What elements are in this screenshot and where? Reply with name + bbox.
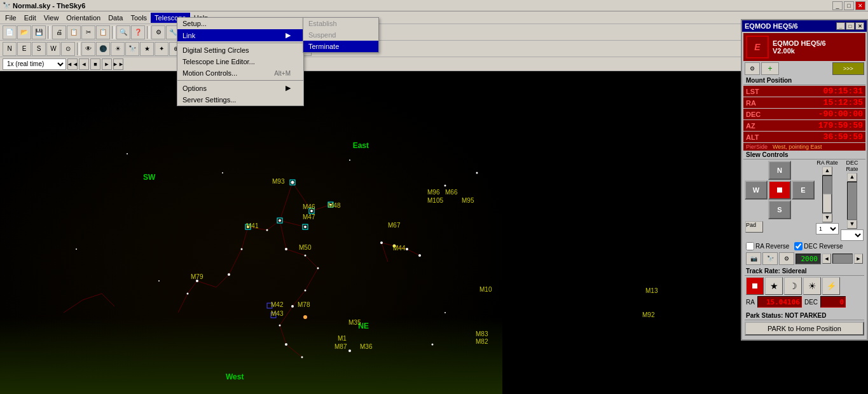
tb2-btn10[interactable]: ★ bbox=[140, 42, 154, 56]
eqmod-num-row: 📷 🔭 ⚙ 2000 ◄ ► bbox=[743, 252, 865, 266]
dec-rate-up[interactable]: ▲ bbox=[847, 173, 857, 182]
menu-line-editor[interactable]: Telescope Line Editor... bbox=[177, 56, 303, 67]
dec-reverse-label: DEC Reverse bbox=[804, 243, 843, 250]
track-stop-btn[interactable] bbox=[746, 277, 764, 295]
tb2-btn8[interactable]: ☀ bbox=[111, 42, 125, 56]
menu-server-settings[interactable]: Server Settings... bbox=[177, 94, 303, 105]
slew-west[interactable]: W bbox=[745, 180, 768, 200]
slew-east[interactable]: E bbox=[792, 180, 815, 200]
label-m66: M66 bbox=[445, 189, 457, 196]
slew-north[interactable]: N bbox=[768, 161, 791, 180]
eqmod-minimize[interactable]: _ bbox=[836, 22, 845, 30]
link-establish[interactable]: Establish bbox=[303, 18, 378, 29]
nav-fastforward[interactable]: ►► bbox=[113, 58, 123, 70]
tb2-btn6[interactable]: 👁 bbox=[81, 42, 95, 56]
ra-rate-slider[interactable] bbox=[822, 175, 832, 214]
tb2-btn4[interactable]: W bbox=[46, 42, 60, 56]
tb2-btn5[interactable]: ⊙ bbox=[61, 42, 75, 56]
num-left[interactable]: ◄ bbox=[822, 254, 831, 264]
new-btn[interactable]: 📄 bbox=[3, 25, 17, 39]
num-slider[interactable] bbox=[832, 254, 853, 264]
ra-rate-up[interactable]: ▲ bbox=[822, 166, 832, 175]
sky-area[interactable]: East NE SW West M93 M46 M47 M48 M50 M67 … bbox=[0, 58, 502, 394]
track-btn-row: ★ ☽ ☀ ⚡ bbox=[745, 276, 864, 296]
ra-rate-select[interactable]: 1 bbox=[816, 223, 839, 234]
menu-motion-controls[interactable]: Motion Controls... Alt+M bbox=[177, 67, 303, 79]
menu-setup[interactable]: Setup... bbox=[177, 18, 303, 29]
park-status-label: Park Status: NOT PARKED bbox=[745, 311, 864, 320]
tb2-btn7[interactable]: 🌑 bbox=[96, 42, 110, 56]
eqmod-add-btn[interactable]: + bbox=[761, 62, 779, 75]
minimize-button[interactable]: _ bbox=[832, 1, 843, 10]
label-m83: M83 bbox=[476, 330, 488, 337]
scope-btn[interactable]: 🔭 bbox=[762, 252, 778, 265]
label-m35: M35 bbox=[348, 319, 361, 326]
menu-file[interactable]: File bbox=[1, 13, 20, 23]
gear-btn[interactable]: ⚙ bbox=[779, 252, 794, 265]
save-btn[interactable]: 💾 bbox=[32, 25, 46, 39]
link-suspend[interactable]: Suspend bbox=[303, 29, 378, 41]
track-moon-btn[interactable]: ☽ bbox=[784, 277, 802, 295]
track-dec-input[interactable] bbox=[820, 296, 846, 308]
tb2-btn9[interactable]: 🔭 bbox=[125, 42, 139, 56]
menu-orientation[interactable]: Orientation bbox=[62, 13, 104, 23]
motion-controls-shortcut: Alt+M bbox=[274, 70, 291, 77]
tb2-btn3[interactable]: S bbox=[32, 42, 46, 56]
num-right[interactable]: ► bbox=[854, 254, 863, 264]
eqmod-win-controls: _ □ ✕ bbox=[836, 22, 864, 30]
menu-edit[interactable]: Edit bbox=[20, 13, 40, 23]
dec-reverse-checkbox[interactable] bbox=[794, 242, 803, 250]
nav-rewind[interactable]: ◄◄ bbox=[67, 58, 78, 70]
park-home-button[interactable]: PARK to Home Position bbox=[745, 322, 864, 336]
dec-label: DEC bbox=[743, 110, 769, 119]
az-value: 179:59:59 bbox=[769, 120, 865, 131]
eqmod-settings-btn[interactable]: ⚙ bbox=[745, 62, 760, 75]
link-terminate[interactable]: Terminate bbox=[303, 41, 378, 52]
btn7[interactable]: ⚙ bbox=[151, 25, 165, 39]
eqmod-brand-info: EQMOD HEQ5/6 V2.00k bbox=[773, 39, 826, 55]
nav-stop[interactable]: ■ bbox=[90, 58, 100, 70]
btn6[interactable]: ❓ bbox=[131, 25, 145, 39]
pad-button[interactable]: Pad bbox=[745, 221, 763, 233]
eqmod-body: E EQMOD HEQ5/6 V2.00k ⚙ + >>> Mount Posi… bbox=[742, 32, 867, 339]
btn3[interactable]: ✂ bbox=[81, 25, 95, 39]
slew-south[interactable]: S bbox=[768, 200, 791, 219]
btn2[interactable]: 📋 bbox=[67, 25, 81, 39]
nav-forward[interactable]: ► bbox=[102, 58, 112, 70]
nav-back[interactable]: ◄ bbox=[79, 58, 89, 70]
eqmod-restore[interactable]: □ bbox=[846, 22, 855, 30]
dec-rate-down[interactable]: ▼ bbox=[847, 220, 857, 229]
track-star-btn[interactable]: ★ bbox=[765, 277, 783, 295]
eqmod-arrow-btn[interactable]: >>> bbox=[832, 62, 864, 75]
print-btn[interactable]: 🖨 bbox=[52, 25, 66, 39]
label-sw: SW bbox=[143, 173, 155, 182]
eqmod-close[interactable]: ✕ bbox=[855, 22, 864, 30]
track-sun-btn[interactable]: ☀ bbox=[803, 277, 821, 295]
track-ra-input[interactable] bbox=[757, 296, 802, 308]
menu-link[interactable]: Link ▶ bbox=[177, 29, 303, 41]
dec-rate-slider[interactable] bbox=[847, 182, 857, 220]
maximize-button[interactable]: □ bbox=[844, 1, 854, 10]
eqmod-version: V2.00k bbox=[773, 47, 826, 55]
eqmod-btn-row: ⚙ + >>> bbox=[743, 61, 865, 76]
ra-reverse-checkbox[interactable] bbox=[746, 242, 754, 250]
close-button[interactable]: ✕ bbox=[855, 1, 865, 10]
tb2-btn2[interactable]: E bbox=[17, 42, 31, 56]
tb2-btn1[interactable]: N bbox=[3, 42, 17, 56]
menu-data[interactable]: Data bbox=[104, 13, 127, 23]
btn4[interactable]: 📋 bbox=[96, 25, 110, 39]
tb2-btn11[interactable]: ✦ bbox=[155, 42, 169, 56]
title-bar: 🔭 Normal.sky - TheSky6 _ □ ✕ bbox=[0, 0, 868, 11]
menu-tools[interactable]: Tools bbox=[127, 13, 151, 23]
ra-rate-down[interactable]: ▼ bbox=[822, 214, 832, 222]
btn5[interactable]: 🔍 bbox=[116, 25, 130, 39]
cam-btn[interactable]: 📷 bbox=[746, 252, 761, 265]
open-btn[interactable]: 📂 bbox=[17, 25, 31, 39]
slew-stop[interactable] bbox=[768, 180, 791, 200]
track-custom-btn[interactable]: ⚡ bbox=[822, 277, 840, 295]
dec-rate-select[interactable] bbox=[841, 229, 864, 241]
menu-digital-circles[interactable]: Digital Setting Circles bbox=[177, 44, 303, 56]
menu-options[interactable]: Options ▶ bbox=[177, 82, 303, 94]
menu-view[interactable]: View bbox=[40, 13, 63, 23]
zoom-select[interactable]: 1x (real time) bbox=[3, 58, 66, 70]
